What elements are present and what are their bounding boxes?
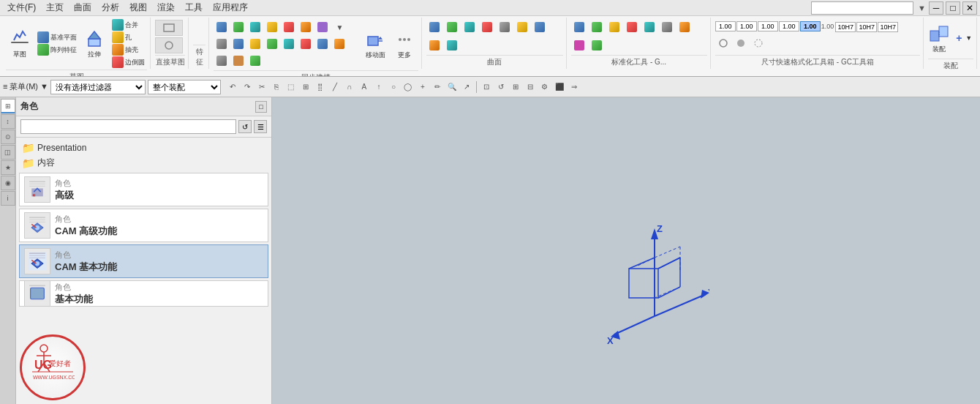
toolbar-icon-select-box[interactable]: ⬚ [284,81,298,94]
surf-btn-9[interactable] [444,37,460,53]
sync-btn-1[interactable] [214,19,230,35]
direct-sketch-btn1[interactable] [155,20,183,36]
std-btn-3[interactable] [606,19,622,35]
num-field-8[interactable] [878,22,898,32]
std-btn-8[interactable] [571,37,587,53]
num-field-3[interactable] [758,21,778,31]
left-tab-3[interactable]: ◫ [1,145,15,160]
sidebar-search-input[interactable] [20,119,236,134]
surf-btn-7[interactable] [532,19,548,35]
std-btn-5[interactable] [641,19,657,35]
toolbar-icon-grid[interactable]: ⊞ [509,81,522,94]
merge-button[interactable]: 合并 [110,19,147,31]
toolbar-icon-up[interactable]: ↑ [372,81,385,94]
toolbar-icon-line[interactable]: ╱ [328,81,342,94]
sync-btn-4[interactable] [264,19,280,35]
toolbar-icon-arrow2[interactable]: ⇒ [568,81,581,94]
left-tab-4[interactable]: ★ [1,160,15,175]
move-face-button[interactable]: 移动面 [361,25,389,63]
toolbar-icon-dot-grid[interactable]: ⣿ [314,81,327,94]
circle-btn-1[interactable] [715,35,731,51]
sync-btn-15[interactable] [331,36,347,52]
num-field-2[interactable] [736,21,757,31]
more-btn-1[interactable]: ▼ [331,19,347,35]
left-tab-6[interactable]: i [1,191,15,206]
left-tab-5[interactable]: ◉ [1,176,15,190]
menu-tools[interactable]: 工具 [181,0,207,15]
sync-btn-9[interactable] [230,36,246,52]
assembly-btn[interactable]: 装配 [928,19,950,57]
menu-surface[interactable]: 曲面 [69,0,96,15]
surf-btn-6[interactable] [514,19,530,35]
std-btn-9[interactable] [589,37,605,53]
menu-home[interactable]: 主页 [42,0,68,15]
toolbar-icon-pencil[interactable]: ✏ [431,81,444,94]
role-basic[interactable]: 角色 基本功能 [19,280,268,307]
sketch-button[interactable]: 草图 [6,25,34,63]
surf-btn-8[interactable] [426,37,442,53]
role-gaoji[interactable]: 角色 高级 [19,173,268,206]
extrude-button[interactable]: 拉伸 [80,25,108,63]
more-sync-button[interactable]: 更多 [391,25,418,63]
toolbar-icon-copy[interactable]: ⎘ [270,81,283,94]
minimize-btn[interactable]: ─ [929,1,943,15]
hole-button[interactable]: 孔 [110,31,147,43]
surf-btn-1[interactable] [426,19,442,35]
num-field-4[interactable] [779,21,799,31]
sync-btn-5[interactable] [281,19,297,35]
sync-btn-10[interactable] [247,36,263,52]
toolbar-icon-box2[interactable]: ⬛ [553,81,566,94]
circle-btn-3[interactable] [750,35,766,51]
left-tab-2[interactable]: ⊙ [1,130,15,144]
toolbar-icon-cut[interactable]: ✂ [255,81,268,94]
role-cam-advanced[interactable]: 角色 CAM 高级功能 [19,209,268,242]
sync-btn-3[interactable] [247,19,263,35]
toolbar-icon-arc[interactable]: ∩ [343,81,356,94]
sidebar-refresh-btn[interactable]: ↺ [238,120,252,133]
folder-neirong[interactable]: 📁 内容 [19,155,268,171]
sync-btn-12[interactable] [281,36,297,52]
menu-view[interactable]: 视图 [125,0,151,15]
surf-btn-3[interactable] [461,19,478,35]
toolbar-icon-refresh[interactable]: ↺ [494,81,508,94]
std-btn-7[interactable] [676,19,693,35]
sync-btn-8[interactable] [214,36,230,52]
edge-blend-button[interactable]: 边倒圆 [110,56,147,68]
sync-btn-11[interactable] [264,36,280,52]
surf-btn-2[interactable] [444,19,460,35]
sync-btn-2[interactable] [230,19,246,35]
assembly-select[interactable]: 整个装配 [148,80,221,94]
num-field-7[interactable] [856,22,877,32]
toolbar-icon-grid2[interactable]: ⊟ [524,81,537,94]
role-cam-basic[interactable]: 角色 CAM 基本功能 [19,244,268,278]
toolbar-icon-plus[interactable]: + [416,81,429,94]
add-assembly-btn[interactable]: + ▼ [951,32,974,44]
sync-btn-16[interactable] [214,53,230,69]
toolbar-icon-undo[interactable]: ↶ [226,81,239,94]
std-btn-6[interactable] [659,19,675,35]
sync-btn-13[interactable] [298,36,314,52]
sidebar-filter-btn[interactable]: ☰ [254,120,267,133]
toolbar-icon-arrow[interactable]: ↗ [460,81,473,94]
folder-presentation[interactable]: 📁 Presentation [19,141,268,155]
menu-app[interactable]: 应用程序 [208,0,252,15]
array-feat-button[interactable]: 阵列特征 [35,44,79,56]
close-btn[interactable]: ✕ [962,1,977,15]
toolbar-icon-A[interactable]: A [358,81,371,94]
num-field-1[interactable] [715,21,736,31]
toolbar-icon-3d-box[interactable]: ⊞ [299,81,312,94]
toolbar-icon-redo[interactable]: ↷ [241,81,254,94]
std-btn-2[interactable] [589,19,605,35]
left-tab-1[interactable]: ↕ [1,114,15,129]
filter-select[interactable]: 没有选择过滤器 [50,80,146,94]
left-tab-0[interactable]: ⊞ [1,99,15,113]
menu-file[interactable]: 文件(F) [3,0,40,15]
circle-btn-2[interactable] [733,35,749,51]
sync-btn-18[interactable] [247,53,263,69]
toolbar-icon-circle[interactable]: ○ [387,81,400,94]
base-plane-button[interactable]: 基准平面 [35,31,79,43]
sync-btn-14[interactable] [314,36,331,52]
sync-btn-7[interactable] [314,19,331,35]
toolbar-icon-copy2[interactable]: ⊡ [480,81,493,94]
sync-btn-6[interactable] [298,19,314,35]
